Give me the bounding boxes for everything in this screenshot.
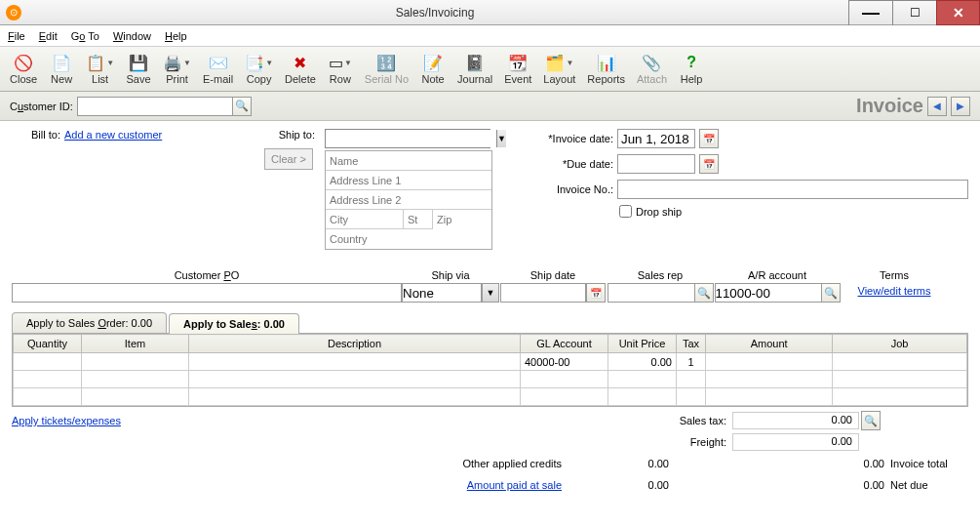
ship-date-input[interactable] [500,283,586,303]
net-due-label: Net due [890,479,968,491]
table-row[interactable] [14,371,967,388]
event-button[interactable]: 📆Event [500,51,535,87]
row-button[interactable]: ▭▼Row [324,51,357,87]
shipto-city-input[interactable] [326,210,404,229]
drop-ship-checkbox[interactable] [619,205,632,218]
serial-icon: 🔢 [376,53,396,72]
menubar: File Edit Go To Window Help [0,25,980,47]
close-button[interactable]: 🚫Close [6,51,41,87]
sales-tax-lookup-button[interactable]: 🔍 [861,411,881,430]
col-unit-price[interactable]: Unit Price [608,335,677,353]
layout-icon: 🗂️ [545,53,565,72]
cell-job[interactable] [833,353,967,371]
due-date-input[interactable] [617,154,695,174]
attach-icon: 📎 [642,53,661,72]
sales-rep-input[interactable] [608,283,695,303]
table-row[interactable] [14,388,967,406]
apply-tickets-link[interactable]: Apply tickets/expenses [12,415,207,426]
ship-date-label: Ship date [530,269,575,281]
cell-item[interactable] [82,353,189,371]
cell-amount[interactable] [706,353,833,371]
col-gl-account[interactable]: GL Account [521,335,608,353]
row-icon: ▭ [329,53,343,72]
maximize-button[interactable]: ☐ [892,0,936,25]
close-icon: 🚫 [14,53,33,72]
col-quantity[interactable]: Quantity [14,335,82,353]
table-row[interactable]: 40000-00 0.00 1 [14,353,967,371]
ship-to-dropdown-button[interactable]: ▼ [496,130,506,147]
chevron-down-icon: ▼ [566,59,573,67]
grid-header-row: Quantity Item Description GL Account Uni… [14,335,967,353]
shipto-addr2-input[interactable] [326,190,491,210]
reports-button[interactable]: 📊Reports [583,51,629,87]
net-due-value: 0.00 [803,479,890,491]
cell-description[interactable] [189,353,521,371]
customer-po-label: Customer PO [175,269,240,281]
prev-record-button[interactable]: ◀ [927,97,947,116]
menu-help[interactable]: Help [165,30,187,42]
invoice-date-calendar-button[interactable]: 📅 [699,129,719,148]
col-description[interactable]: Description [189,335,521,353]
invoice-total-label: Invoice total [890,458,968,469]
menu-goto[interactable]: Go To [71,30,99,42]
other-credits-value: 0.00 [568,458,675,469]
event-icon: 📆 [508,53,528,72]
amount-paid-link[interactable]: Amount paid at sale [421,479,568,491]
due-date-calendar-button[interactable]: 📅 [699,154,719,174]
col-tax[interactable]: Tax [677,335,706,353]
col-job[interactable]: Job [833,335,967,353]
new-button[interactable]: 📄New [45,51,78,87]
col-amount[interactable]: Amount [706,335,833,353]
cell-quantity[interactable] [14,353,82,371]
copy-button[interactable]: 📑▼Copy [241,51,277,87]
invoice-no-input[interactable] [617,180,968,199]
calendar-icon: 📅 [703,159,715,170]
view-edit-terms-link[interactable]: View/edit terms [858,285,931,297]
note-icon: 📝 [423,53,443,72]
col-item[interactable]: Item [82,335,189,353]
sales-rep-lookup-button[interactable]: 🔍 [694,283,714,303]
journal-button[interactable]: 📓Journal [453,51,496,87]
tab-apply-sales-order[interactable]: Apply to Sales Order: 0.00 [12,312,167,333]
cell-tax[interactable]: 1 [677,353,706,371]
shipto-name-input[interactable] [326,151,491,171]
ship-via-input[interactable] [402,283,482,303]
menu-edit[interactable]: Edit [39,30,58,42]
close-window-button[interactable]: ✕ [936,0,980,25]
ship-to-input[interactable] [326,130,496,147]
add-customer-link[interactable]: Add a new customer [64,129,162,141]
cell-gl[interactable]: 40000-00 [521,353,608,371]
minimize-button[interactable]: — [848,0,892,25]
ship-via-dropdown-button[interactable]: ▼ [482,283,499,303]
save-icon: 💾 [129,53,148,72]
cell-unit-price[interactable]: 0.00 [608,353,677,371]
shipto-zip-input[interactable] [433,210,491,229]
freight-value[interactable]: 0.00 [732,433,859,451]
shipto-addr1-input[interactable] [326,171,491,190]
shipto-country-input[interactable] [326,229,491,249]
tab-apply-sales[interactable]: Apply to Sales: 0.00 [169,313,299,334]
ar-account-input[interactable] [715,283,822,303]
ar-account-lookup-button[interactable]: 🔍 [821,283,841,303]
search-icon: 🔍 [824,287,838,300]
next-record-button[interactable]: ▶ [951,97,970,116]
customer-id-input[interactable] [77,97,233,116]
ship-date-calendar-button[interactable]: 📅 [586,283,606,303]
delete-button[interactable]: ✖Delete [281,51,320,87]
ship-to-select[interactable]: ▼ [325,129,490,148]
shipto-state-input[interactable] [404,210,433,229]
customer-po-input[interactable] [12,283,402,303]
print-button[interactable]: 🖨️▼Print [159,51,195,87]
help-button[interactable]: ?Help [675,51,708,87]
layout-button[interactable]: 🗂️▼Layout [539,51,579,87]
menu-window[interactable]: Window [113,30,151,42]
list-button[interactable]: 📋▼List [82,51,118,87]
save-button[interactable]: 💾Save [122,51,155,87]
customer-id-lookup-button[interactable]: 🔍 [232,97,252,116]
clear-shipto-button[interactable]: Clear > [264,148,313,170]
menu-file[interactable]: File [8,30,25,42]
freight-label: Freight: [654,436,732,448]
email-button[interactable]: ✉️E-mail [199,51,237,87]
note-button[interactable]: 📝Note [416,51,450,87]
invoice-date-input[interactable] [617,129,695,148]
